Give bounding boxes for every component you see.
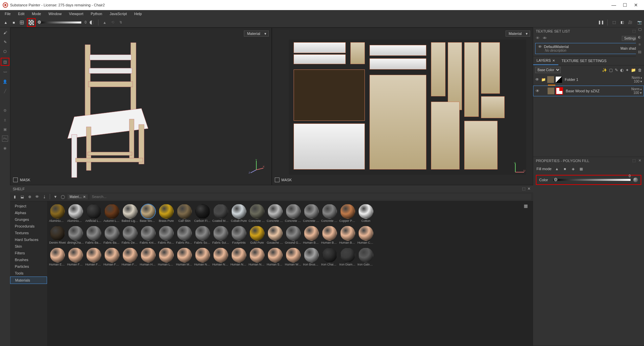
close-button[interactable]: ✕ [634, 2, 638, 8]
sym-link-icon[interactable]: ⟲ [110, 19, 116, 26]
fill-mesh-icon[interactable]: ◈ [570, 166, 576, 171]
layers-tab-close-icon[interactable]: ✕ [552, 59, 555, 62]
material-item[interactable]: Human No... [230, 247, 247, 266]
shelf-tab-materials[interactable]: Materi...✕ [68, 194, 88, 199]
material-item[interactable]: Fabric Knitt... [140, 225, 157, 244]
export-icon[interactable]: ▣ [2, 126, 8, 132]
shelf-cat-alphas[interactable]: Alphas [10, 209, 47, 216]
vis-off-icon[interactable]: 👁 [543, 36, 547, 41]
layer-base-wood[interactable]: 👁 Base Wood by sZXZ Norm100 ▾ [533, 86, 644, 96]
material-item[interactable]: Human Ch... [357, 225, 374, 244]
props-popout-icon[interactable]: ⬚ [632, 158, 636, 163]
material-item[interactable]: Human He... [140, 247, 157, 266]
material-item[interactable]: Fabric Deni... [122, 225, 138, 244]
filter-icon[interactable]: ▼ [53, 194, 58, 199]
re-log-icon[interactable]: ▤ [637, 49, 642, 54]
material-item[interactable]: Fabric Suit ... [212, 225, 229, 244]
layer-folder1[interactable]: 👁 📁 Folder 1 Norm100 ▾ [533, 75, 644, 85]
material-item[interactable]: Concrete Si... [303, 203, 320, 223]
material-item[interactable]: Aluminium ... [67, 203, 84, 223]
material-item[interactable]: Iron Diamo... [339, 247, 356, 266]
sym-tri-icon[interactable]: ▲ [102, 19, 108, 26]
color-swatch[interactable] [633, 178, 638, 182]
shelf-cat-textures[interactable]: Textures [10, 230, 47, 236]
quad-fill-icon[interactable]: ■ [11, 19, 17, 26]
clone-tool-icon[interactable]: 👤 [2, 79, 8, 85]
material-item[interactable]: Human Fee... [85, 247, 102, 266]
polygon-fill-tool-highlighted[interactable]: ◫ [1, 58, 9, 66]
eye-icon[interactable]: 👁 [535, 89, 540, 93]
material-picker-icon[interactable]: ╱ [2, 88, 8, 94]
material-item[interactable]: Denim Rivet [49, 225, 66, 244]
material-item[interactable]: Human For... [103, 247, 120, 266]
camera-icon[interactable]: 🎥 [627, 19, 633, 26]
new-icon[interactable]: ⊕ [27, 194, 32, 199]
perspective-icon[interactable]: ⬚ [611, 19, 617, 26]
add-fill-icon[interactable]: ✎ [615, 68, 618, 72]
material-item[interactable]: Concrete S... [321, 203, 338, 223]
re-shader-icon[interactable]: ◐ [637, 34, 642, 40]
material-item[interactable]: Human Leg... [158, 247, 175, 266]
sym-axis-icon[interactable]: ↯ [118, 19, 124, 26]
material-item[interactable]: Fabric Rough [158, 225, 175, 244]
material-item[interactable]: Autumn Leaf [103, 203, 120, 223]
uv-fill-button-highlighted[interactable] [27, 18, 36, 27]
channel-dropdown-3d[interactable]: Material [244, 31, 268, 37]
cube-icon[interactable]: ◧ [619, 19, 625, 26]
material-item[interactable]: Concrete Cl... [267, 203, 284, 223]
pause-icon[interactable]: ❚❚ [598, 19, 604, 26]
material-item[interactable]: Iron Galvan... [357, 247, 374, 266]
shelf-cat-brushes[interactable]: Brushes [10, 256, 47, 263]
search-icon[interactable]: ◯ [60, 194, 66, 199]
shelf-cat-particles[interactable]: Particles [10, 263, 47, 270]
material-item[interactable]: Aluminium ... [49, 203, 66, 223]
tsl-popout-icon[interactable]: ⬚ [632, 29, 636, 33]
material-item[interactable]: Carbon Fiber [194, 203, 211, 223]
material-item[interactable]: Fabric Soft ... [194, 225, 211, 244]
menu-javascript[interactable]: JavaScript [106, 11, 130, 16]
shelf-popout-icon[interactable]: ⬚ [522, 187, 525, 191]
material-item[interactable]: Ground Gra... [285, 225, 302, 244]
menu-python[interactable]: Python [87, 11, 105, 16]
fill-uv-icon[interactable]: ▦ [578, 166, 584, 171]
tab-close-icon[interactable]: ✕ [83, 195, 86, 199]
add-adjust-icon[interactable]: ◐ [620, 68, 624, 72]
delete-layer-icon[interactable]: 🗑 [638, 68, 642, 72]
menu-window[interactable]: Window [45, 11, 65, 16]
settings-gear-icon[interactable]: ⚙ [2, 107, 8, 113]
re-display-icon[interactable]: 🖵 [637, 27, 642, 32]
add-folder-icon[interactable]: 📁 [631, 68, 636, 72]
eye-icon[interactable]: 👁 [538, 45, 542, 49]
maximize-button[interactable]: ☐ [623, 2, 627, 8]
material-item[interactable]: Calf Skin [176, 203, 193, 223]
search-input[interactable] [90, 194, 531, 200]
layer-mask-thumb-active[interactable] [556, 87, 563, 95]
viewport-2d[interactable]: Material [272, 28, 533, 185]
re-history-icon[interactable]: ≡ [637, 42, 642, 47]
add-smart-icon[interactable]: ✦ [626, 68, 629, 72]
material-item[interactable]: Human Shi... [267, 247, 284, 266]
material-item[interactable]: Human Mo... [176, 247, 193, 266]
hourglass-icon[interactable]: ⧗ [2, 117, 8, 123]
shelf-close-icon[interactable]: ✕ [527, 187, 530, 191]
texture-set-item[interactable]: 👁DefaultMaterial No description Main sha… [535, 43, 642, 54]
projection-tool-icon[interactable]: ⬡ [2, 48, 8, 54]
tri-fill-icon[interactable]: ▲ [3, 19, 9, 26]
tab-texture-set-settings[interactable]: TEXTURE SET SETTINGS [558, 56, 610, 65]
material-item[interactable]: Human Bell... [321, 225, 338, 244]
grid-view-icon[interactable]: ▦ [524, 203, 528, 208]
import-icon[interactable]: ⬓ [19, 194, 25, 199]
material-item[interactable]: diningChair... [67, 225, 84, 244]
material-item[interactable]: Fabric Base... [103, 225, 120, 244]
material-item[interactable]: Human No... [249, 247, 265, 266]
material-item[interactable]: Cobalt Pure [230, 203, 247, 223]
fill-quad-icon[interactable]: ■ [562, 166, 568, 171]
material-item[interactable]: Human Bu... [339, 225, 356, 244]
tool-slider[interactable] [38, 21, 81, 23]
menu-viewport[interactable]: Viewport [66, 11, 87, 16]
shelf-cat-filters[interactable]: Filters [10, 250, 47, 256]
material-item[interactable]: Gold Pure [249, 225, 265, 244]
material-item[interactable]: Artificial Lea... [85, 203, 102, 223]
material-item[interactable]: Human For... [122, 247, 138, 266]
refresh-icon[interactable]: ⭳ [42, 194, 47, 199]
